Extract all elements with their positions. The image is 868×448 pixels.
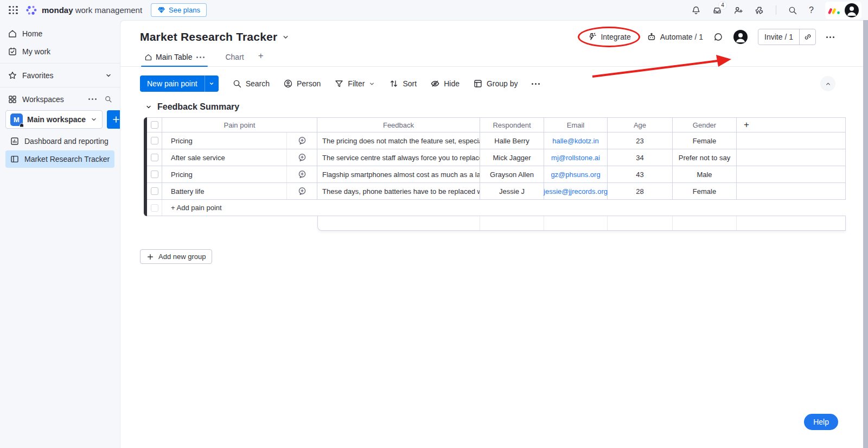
- add-new-group-button[interactable]: Add new group: [140, 249, 212, 264]
- gender-cell[interactable]: Female: [673, 132, 737, 149]
- column-header-feedback[interactable]: Feedback: [317, 118, 480, 132]
- scrollbar-thumb[interactable]: [863, 20, 868, 448]
- board-member-avatar[interactable]: [733, 30, 748, 44]
- brand-text: monday work management: [42, 5, 142, 15]
- monday-mark-icon[interactable]: [828, 4, 841, 16]
- add-update-cell[interactable]: [287, 149, 317, 166]
- sidebar-item-my-work[interactable]: My work: [0, 42, 120, 60]
- add-view-button[interactable]: +: [248, 51, 269, 66]
- inbox-badge: 4: [718, 1, 727, 10]
- column-header-email[interactable]: Email: [544, 118, 608, 132]
- workspaces-menu-icon[interactable]: [88, 98, 97, 100]
- pain-point-cell[interactable]: Pricing: [162, 132, 287, 149]
- dashboard-icon: [10, 136, 20, 146]
- sidebar-board-label: Market Research Tracker: [24, 155, 110, 163]
- board-options-menu-icon[interactable]: [826, 36, 834, 38]
- email-cell[interactable]: halle@kdotz.in: [544, 132, 608, 149]
- tab-main-table[interactable]: Main Table: [140, 52, 209, 66]
- sidebar-workspaces-header[interactable]: Workspaces: [0, 90, 120, 108]
- feedback-cell[interactable]: Flagship smartphones almost cost as much…: [317, 166, 480, 182]
- feedback-cell[interactable]: The pricing does not match the feature s…: [317, 132, 480, 149]
- sidebar-item-dashboard-and-reporting[interactable]: Dashboard and reporting: [5, 132, 114, 150]
- workspaces-search-icon[interactable]: [104, 95, 112, 103]
- email-cell[interactable]: gz@phsuns.org: [544, 166, 608, 182]
- inbox-tray-icon[interactable]: 4: [712, 5, 722, 15]
- copy-board-link-button[interactable]: [799, 29, 815, 45]
- column-header-pain-point[interactable]: Pain point: [162, 118, 317, 132]
- email-cell[interactable]: jessie@jjrecords.org: [544, 183, 608, 199]
- automate-button[interactable]: Automate / 1: [647, 32, 703, 42]
- invite-members-icon[interactable]: [733, 5, 743, 15]
- group-title-row[interactable]: Feedback Summary: [145, 102, 868, 112]
- integrate-button[interactable]: Integrate: [582, 29, 636, 45]
- add-column-button[interactable]: +: [737, 118, 846, 132]
- product-switcher-icon[interactable]: [9, 6, 18, 15]
- row-checkbox[interactable]: [151, 154, 158, 161]
- toolbar-group-by[interactable]: Group by: [473, 79, 518, 89]
- brand[interactable]: monday work management: [25, 5, 142, 16]
- new-item-button[interactable]: New pain point: [140, 75, 219, 92]
- pain-point-cell[interactable]: Pricing: [162, 166, 287, 182]
- board-chat-button[interactable]: [713, 32, 723, 42]
- row-checkbox[interactable]: [151, 187, 158, 195]
- respondent-cell[interactable]: Jessie J: [480, 183, 544, 199]
- help-button[interactable]: Help: [804, 414, 838, 430]
- respondent-cell[interactable]: Halle Berry: [480, 132, 544, 149]
- add-update-cell[interactable]: [287, 183, 317, 199]
- age-cell[interactable]: 43: [608, 166, 673, 182]
- vertical-scrollbar: [863, 20, 868, 448]
- add-update-cell[interactable]: [287, 132, 317, 149]
- sidebar-item-favorites[interactable]: Favorites: [0, 66, 120, 84]
- row-checkbox[interactable]: [151, 137, 158, 144]
- gender-cell[interactable]: Male: [673, 166, 737, 182]
- sort-icon: [389, 79, 399, 89]
- add-item-row: + Add pain point: [147, 200, 846, 216]
- workspace-avatar: M: [10, 113, 23, 126]
- see-plans-button[interactable]: See plans: [151, 3, 207, 17]
- add-pain-point-button[interactable]: + Add pain point: [162, 200, 846, 216]
- tab-menu-icon[interactable]: [196, 56, 205, 58]
- help-question-icon[interactable]: ?: [809, 5, 814, 15]
- workspace-selector[interactable]: M Main workspace: [5, 110, 103, 129]
- column-header-respondent[interactable]: Respondent: [480, 118, 544, 132]
- invite-button[interactable]: Invite / 1: [758, 29, 799, 45]
- tab-chart[interactable]: Chart: [221, 52, 248, 66]
- row-checkbox[interactable]: [151, 171, 158, 178]
- respondent-cell[interactable]: Mick Jagger: [480, 149, 544, 166]
- toolbar-filter[interactable]: Filter: [334, 79, 375, 89]
- gender-cell[interactable]: Female: [673, 183, 737, 199]
- link-icon: [803, 33, 812, 41]
- pain-point-cell[interactable]: Battery life: [162, 183, 287, 199]
- respondent-cell[interactable]: Grayson Allen: [480, 166, 544, 182]
- board-title-menu[interactable]: Market Research Tracker: [140, 30, 290, 43]
- age-cell[interactable]: 23: [608, 132, 673, 149]
- gender-cell[interactable]: Prefer not to say: [673, 149, 737, 166]
- pain-point-cell[interactable]: After sale service: [162, 149, 287, 166]
- table-row: Battery life These days, phone batteries…: [147, 183, 846, 200]
- sidebar-item-market-research-tracker[interactable]: Market Research Tracker: [5, 150, 114, 168]
- notifications-bell-icon[interactable]: [691, 5, 701, 15]
- search-icon[interactable]: [788, 5, 797, 15]
- column-header-gender[interactable]: Gender: [673, 118, 737, 132]
- email-cell[interactable]: mj@rollstone.ai: [544, 149, 608, 166]
- age-cell[interactable]: 28: [608, 183, 673, 199]
- toolbar-more-menu-icon[interactable]: [532, 83, 540, 85]
- new-item-dropdown[interactable]: [205, 75, 219, 92]
- select-all-checkbox[interactable]: [151, 121, 158, 129]
- toolbar-search[interactable]: Search: [232, 79, 270, 89]
- user-avatar[interactable]: [845, 3, 859, 17]
- age-cell[interactable]: 34: [608, 149, 673, 166]
- group-collapse-chevron-icon[interactable]: [145, 103, 152, 111]
- apps-marketplace-icon[interactable]: [755, 5, 764, 15]
- feedback-cell[interactable]: The service centre staff always force yo…: [317, 149, 480, 166]
- search-icon: [232, 79, 242, 89]
- toolbar-person[interactable]: Person: [283, 79, 321, 89]
- collapse-header-button[interactable]: [820, 76, 835, 91]
- toolbar-hide[interactable]: Hide: [430, 79, 459, 89]
- add-update-cell[interactable]: [287, 166, 317, 182]
- filter-funnel-icon: [334, 79, 344, 89]
- sidebar-item-home[interactable]: Home: [0, 24, 120, 42]
- column-header-age[interactable]: Age: [608, 118, 673, 132]
- feedback-cell[interactable]: These days, phone batteries have to be r…: [317, 183, 480, 199]
- toolbar-sort[interactable]: Sort: [389, 79, 417, 89]
